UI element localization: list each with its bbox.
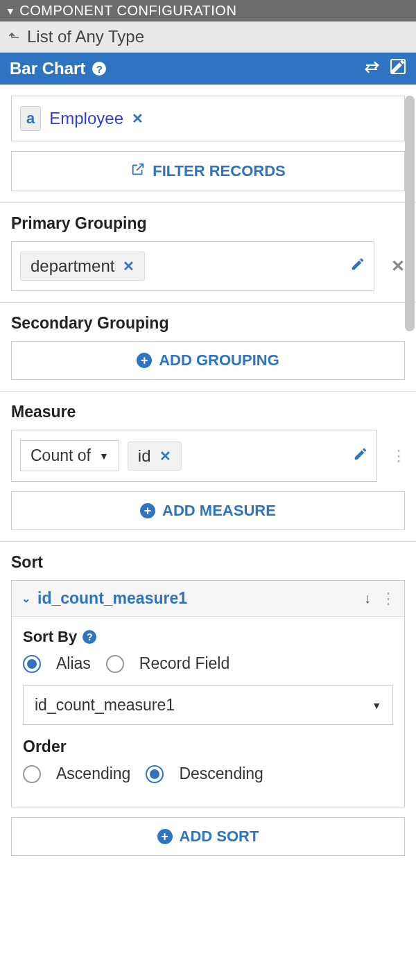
record-type-icon: a	[20, 106, 41, 131]
sort-item-name: id_count_measure1	[37, 589, 187, 608]
radio-ascending[interactable]	[23, 765, 41, 783]
primary-grouping-value: department	[31, 256, 114, 276]
sort-label: Sort	[11, 553, 405, 572]
measure-field-value: id	[138, 446, 151, 466]
plus-icon: +	[140, 503, 155, 518]
radio-alias[interactable]	[23, 655, 41, 673]
remove-primary-grouping-icon[interactable]: ✕	[123, 258, 135, 274]
add-grouping-label: ADD GROUPING	[159, 351, 279, 369]
radio-descending-label: Descending	[179, 764, 263, 783]
primary-grouping-box: department ✕	[11, 241, 374, 291]
add-sort-label: ADD SORT	[180, 828, 259, 846]
secondary-grouping-label: Secondary Grouping	[11, 314, 405, 333]
filter-records-button[interactable]: FILTER RECORDS	[11, 151, 405, 191]
panel-title: COMPONENT CONFIGURATION	[19, 3, 236, 19]
collapse-caret-icon: ▼	[6, 6, 15, 17]
radio-ascending-label: Ascending	[56, 764, 130, 783]
remove-data-source-icon[interactable]: ✕	[132, 110, 144, 127]
chevron-down-icon: ▼	[99, 450, 109, 462]
add-grouping-button[interactable]: + ADD GROUPING	[11, 341, 405, 380]
add-sort-button[interactable]: + ADD SORT	[11, 817, 405, 856]
sort-item-header[interactable]: ⌄ id_count_measure1 ↓ ⋮	[12, 581, 404, 617]
primary-grouping-chip[interactable]: department ✕	[20, 252, 145, 281]
sort-by-label: Sort By ?	[23, 628, 393, 646]
edit-measure-icon[interactable]	[353, 446, 368, 466]
order-label: Order	[23, 737, 393, 756]
add-measure-button[interactable]: + ADD MEASURE	[11, 491, 405, 530]
swap-icon[interactable]	[363, 59, 380, 78]
measure-field-chip[interactable]: id ✕	[128, 441, 182, 471]
component-name: Bar Chart	[10, 59, 85, 78]
measure-menu-icon[interactable]: ⋮	[391, 447, 405, 465]
breadcrumb[interactable]: ⬑ List of Any Type	[0, 21, 416, 53]
filter-records-label: FILTER RECORDS	[153, 162, 285, 180]
help-icon[interactable]: ?	[83, 630, 96, 644]
radio-record-field-label: Record Field	[139, 654, 229, 673]
data-source-chip[interactable]: Employee ✕	[49, 109, 144, 128]
sort-menu-icon[interactable]: ⋮	[381, 590, 395, 608]
measure-box: Count of ▼ id ✕	[11, 430, 377, 482]
data-source-label: Employee	[49, 109, 123, 128]
chevron-down-icon: ▼	[372, 700, 381, 711]
panel-header[interactable]: ▼ COMPONENT CONFIGURATION	[0, 0, 416, 21]
edit-expression-icon[interactable]	[390, 58, 406, 79]
radio-record-field[interactable]	[106, 655, 124, 673]
edit-primary-grouping-icon[interactable]	[350, 256, 365, 276]
sort-item: ⌄ id_count_measure1 ↓ ⋮ Sort By ? Alias	[11, 580, 405, 807]
primary-grouping-label: Primary Grouping	[11, 214, 405, 233]
up-arrow-icon: ⬑	[8, 28, 20, 45]
radio-alias-label: Alias	[56, 654, 91, 673]
scrollbar[interactable]	[405, 96, 415, 331]
sort-direction-icon[interactable]: ↓	[364, 590, 371, 606]
aggregation-dropdown[interactable]: Count of ▼	[20, 440, 119, 471]
delete-primary-grouping-icon[interactable]: ✕	[391, 256, 405, 276]
external-link-icon	[130, 161, 146, 181]
plus-icon: +	[137, 353, 152, 368]
remove-measure-field-icon[interactable]: ✕	[159, 448, 171, 464]
component-title-bar: Bar Chart ?	[0, 53, 416, 85]
radio-descending[interactable]	[146, 765, 164, 783]
breadcrumb-text: List of Any Type	[27, 27, 144, 46]
plus-icon: +	[157, 829, 173, 844]
data-source-box: a Employee ✕	[11, 96, 405, 141]
aggregation-value: Count of	[31, 446, 91, 465]
sort-alias-value: id_count_measure1	[35, 696, 175, 715]
chevron-down-icon: ⌄	[21, 592, 31, 605]
help-icon[interactable]: ?	[92, 62, 106, 76]
add-measure-label: ADD MEASURE	[162, 502, 276, 520]
measure-label: Measure	[11, 403, 405, 421]
sort-alias-select[interactable]: id_count_measure1 ▼	[23, 685, 393, 725]
